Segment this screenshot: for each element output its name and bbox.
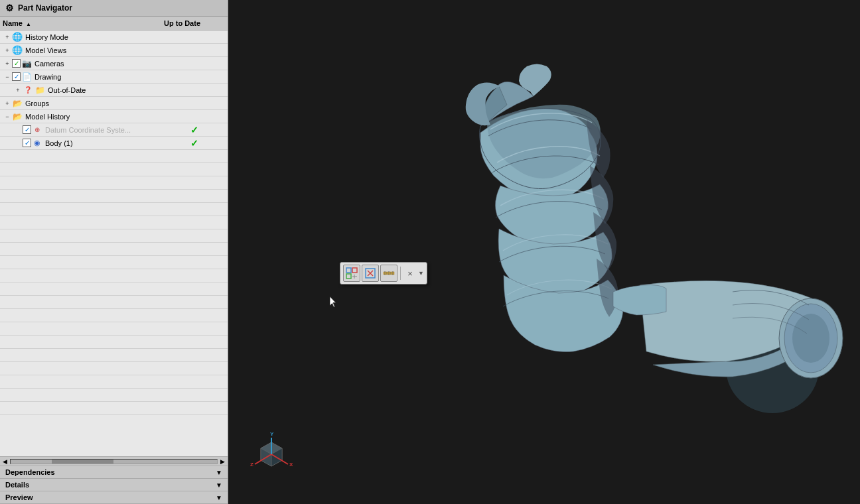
datum-label: Datum Coordinate Syste... <box>44 126 161 134</box>
axis-indicator: X Y Z <box>248 431 295 477</box>
model-views-icon: 🌐 <box>12 45 23 56</box>
tree-row-datum-coord[interactable]: + ⊕ Datum Coordinate Syste... ✓ <box>0 123 228 137</box>
groups-label: Groups <box>24 99 161 107</box>
fit-button[interactable] <box>362 265 379 282</box>
body-icon: ◉ <box>32 138 42 149</box>
svg-text:Z: Z <box>250 462 253 468</box>
tree-row-groups[interactable]: + 📂 Groups <box>0 97 228 110</box>
tree-row-empty-15 <box>0 336 228 349</box>
tree-row-empty-1 <box>0 150 228 163</box>
svg-rect-5 <box>346 268 351 273</box>
tree-row-empty-4 <box>0 190 228 203</box>
scroll-right-arrow[interactable]: ▶ <box>219 458 226 465</box>
panel-icon: ⚙ <box>5 3 14 13</box>
svg-rect-6 <box>352 268 357 273</box>
tree-row-empty-18 <box>0 375 228 389</box>
scroll-left-arrow[interactable]: ◀ <box>1 458 9 465</box>
more-button[interactable]: ▼ <box>418 270 424 277</box>
drawing-checkbox[interactable] <box>12 72 21 81</box>
title-bar: ⚙ Part Navigator <box>0 0 228 17</box>
body-label: Body (1) <box>44 139 161 147</box>
col-name-header[interactable]: Name ▲ <box>0 18 161 29</box>
horizontal-scrollbar[interactable]: ◀ ▶ <box>0 456 228 466</box>
datum-check: ✓ <box>161 125 228 135</box>
out-of-date-folder-icon: 📁 <box>35 85 45 95</box>
tree-row-history-mode[interactable]: + 🌐 History Mode <box>0 31 228 44</box>
sort-arrow-icon: ▲ <box>26 21 31 27</box>
tree-row-empty-9 <box>0 256 228 269</box>
scroll-track[interactable] <box>10 459 218 464</box>
close-button[interactable]: × <box>403 267 417 280</box>
cameras-checkbox[interactable] <box>12 59 21 68</box>
tree-row-empty-10 <box>0 269 228 283</box>
tree-row-empty-6 <box>0 216 228 229</box>
cameras-icon: 📷 <box>21 58 32 69</box>
expand-out-of-date[interactable]: + <box>13 86 23 95</box>
model-history-label: Model History <box>24 113 161 121</box>
svg-text:X: X <box>289 462 293 468</box>
left-panel: ⚙ Part Navigator Name ▲ Up to Date + 🌐 H… <box>0 0 228 504</box>
column-headers: Name ▲ Up to Date <box>0 17 228 31</box>
main-viewport[interactable]: × ▼ X Y Z <box>228 0 860 504</box>
tree-row-empty-12 <box>0 296 228 309</box>
tree-row-empty-2 <box>0 163 228 176</box>
model-history-icon: 📂 <box>12 111 23 122</box>
preview-label: Preview <box>5 493 33 501</box>
3d-viewport-canvas <box>228 0 860 504</box>
tree-row-out-of-date[interactable]: + ❓ 📁 Out-of-Date <box>0 84 228 97</box>
panel-title: Part Navigator <box>18 3 72 13</box>
body-check: ✓ <box>161 138 228 149</box>
expand-drawing[interactable]: − <box>3 72 12 82</box>
tree-row-model-views[interactable]: + 🌐 Model Views <box>0 44 228 57</box>
tree-row-empty-8 <box>0 243 228 256</box>
dependencies-arrow: ▼ <box>216 469 222 476</box>
datum-icon: ⊕ <box>32 125 42 135</box>
expand-cameras[interactable]: + <box>3 59 12 68</box>
tree-row-empty-5 <box>0 203 228 216</box>
measure-button[interactable] <box>380 265 397 282</box>
svg-point-4 <box>792 314 829 363</box>
tree-row-empty-3 <box>0 176 228 190</box>
tree-row-drawing[interactable]: − 📄 Drawing <box>0 70 228 84</box>
details-section[interactable]: Details ▼ <box>0 479 228 491</box>
tree-row-empty-19 <box>0 389 228 402</box>
tree-row-empty-20 <box>0 402 228 415</box>
body-checkbox[interactable] <box>23 139 31 147</box>
tree-row-model-history[interactable]: − 📂 Model History <box>0 110 228 123</box>
cameras-label: Cameras <box>33 60 161 68</box>
preview-section[interactable]: Preview ▼ <box>0 491 228 504</box>
tree-row-empty-11 <box>0 283 228 296</box>
question-icon: ❓ <box>23 85 33 95</box>
datum-checkbox[interactable] <box>23 125 31 134</box>
details-arrow: ▼ <box>216 481 222 489</box>
col-uptodate-header: Up to Date <box>161 18 228 29</box>
svg-text:Y: Y <box>270 431 274 437</box>
dependencies-label: Dependencies <box>5 468 55 476</box>
globe-icon: 🌐 <box>12 32 23 42</box>
tree-area: + 🌐 History Mode + 🌐 Model Views + 📷 Cam… <box>0 31 228 456</box>
expand-groups[interactable]: + <box>3 99 12 108</box>
expand-history-mode[interactable]: + <box>3 32 12 42</box>
orient-view-button[interactable] <box>343 265 360 282</box>
expand-model-history[interactable]: − <box>3 112 12 121</box>
tree-row-cameras[interactable]: + 📷 Cameras <box>0 57 228 70</box>
scroll-thumb[interactable] <box>52 460 113 464</box>
drawing-icon: 📄 <box>21 72 32 82</box>
dependencies-section[interactable]: Dependencies ▼ <box>0 466 228 479</box>
tree-row-body-1[interactable]: + ◉ Body (1) ✓ <box>0 137 228 150</box>
groups-icon: 📂 <box>12 98 23 109</box>
expand-model-views[interactable]: + <box>3 46 12 55</box>
floating-toolbar: × ▼ <box>340 262 427 284</box>
svg-rect-7 <box>346 274 351 279</box>
history-mode-label: History Mode <box>24 33 161 41</box>
tree-row-empty-16 <box>0 349 228 362</box>
tree-row-empty-13 <box>0 309 228 322</box>
drawing-label: Drawing <box>33 73 161 81</box>
bottom-panels: Dependencies ▼ Details ▼ Preview ▼ <box>0 466 228 504</box>
details-label: Details <box>5 481 29 489</box>
toolbar-separator <box>400 267 401 280</box>
out-of-date-label: Out-of-Date <box>46 86 161 94</box>
tree-row-empty-7 <box>0 229 228 243</box>
model-views-label: Model Views <box>24 46 161 54</box>
tree-row-empty-14 <box>0 322 228 336</box>
